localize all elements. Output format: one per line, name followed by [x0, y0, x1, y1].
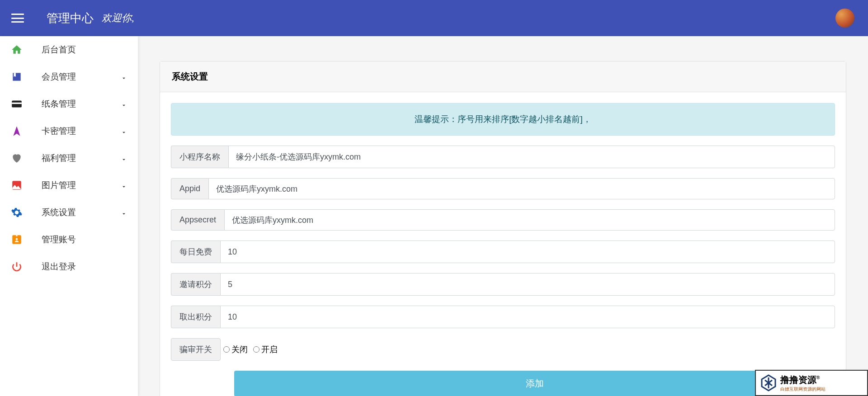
sidebar-item-label: 福利管理 — [42, 152, 121, 164]
sidebar-item-label: 退出登录 — [42, 261, 127, 273]
sidebar-item-label: 系统设置 — [42, 207, 121, 218]
sidebar-item-label: 卡密管理 — [42, 125, 121, 137]
bookmark-icon — [11, 71, 23, 83]
chevron-down-icon — [121, 74, 127, 80]
field-app-name: 小程序名称 — [171, 146, 835, 168]
heart-icon — [11, 152, 23, 164]
invite-points-input[interactable] — [220, 273, 835, 296]
sidebar-item-settings[interactable]: 系统设置 — [0, 199, 138, 226]
field-label: Appsecret — [171, 209, 224, 231]
field-invite-points: 邀请积分 — [171, 273, 835, 296]
withdraw-points-input[interactable] — [220, 306, 835, 328]
sidebar-item-welfare[interactable]: 福利管理 — [0, 145, 138, 172]
watermark-title: 撸撸资源® — [780, 374, 826, 386]
card-body: 温馨提示：序号用来排序[数字越小排名越前]， 小程序名称 Appid Appse… — [160, 92, 846, 396]
chevron-down-icon — [121, 128, 127, 134]
home-icon — [11, 44, 23, 56]
sidebar-item-accounts[interactable]: 管理账号 — [0, 226, 138, 253]
radio-label: 开启 — [261, 344, 278, 355]
main-content: 系统设置 温馨提示：序号用来排序[数字越小排名越前]， 小程序名称 Appid … — [138, 36, 868, 396]
appid-input[interactable] — [208, 178, 835, 199]
radio-label: 关闭 — [231, 344, 248, 355]
sidebar-item-label: 会员管理 — [42, 71, 121, 83]
svg-rect-1 — [12, 103, 22, 104]
power-icon — [11, 261, 23, 273]
sidebar-item-members[interactable]: 会员管理 — [0, 63, 138, 90]
header-title: 管理中心 — [47, 10, 94, 26]
radio-input-off[interactable] — [223, 346, 230, 353]
field-appsecret: Appsecret — [171, 209, 835, 231]
card-icon — [11, 98, 23, 110]
field-label: 邀请积分 — [171, 273, 220, 296]
card-title: 系统设置 — [160, 61, 846, 92]
welcome-text: 欢迎你, — [102, 11, 134, 25]
field-withdraw-points: 取出积分 — [171, 306, 835, 328]
image-icon — [11, 179, 23, 191]
chevron-down-icon — [121, 182, 127, 189]
sidebar-item-label: 后台首页 — [42, 44, 127, 56]
field-label: Appid — [171, 178, 208, 199]
sidebar-item-cards[interactable]: 卡密管理 — [0, 118, 138, 145]
chevron-down-icon — [121, 209, 127, 216]
menu-toggle-icon[interactable] — [11, 14, 24, 23]
app-name-input[interactable] — [228, 146, 835, 168]
field-label: 每日免费 — [171, 240, 220, 263]
field-audit-switch: 骗审开关 关闭 开启 — [171, 338, 835, 361]
radio-option-on[interactable]: 开启 — [253, 344, 278, 355]
appsecret-input[interactable] — [224, 209, 835, 231]
field-label: 骗审开关 — [171, 338, 221, 361]
submit-button[interactable]: 添加 — [234, 371, 835, 396]
svg-point-3 — [16, 238, 18, 240]
field-label: 取出积分 — [171, 306, 220, 328]
field-daily-free: 每日免费 — [171, 240, 835, 263]
app-header: 管理中心 欢迎你, — [0, 0, 868, 36]
sidebar-item-notes[interactable]: 纸条管理 — [0, 90, 138, 118]
chevron-down-icon — [121, 155, 127, 161]
sidebar-item-label: 管理账号 — [42, 234, 127, 245]
radio-input-on[interactable] — [253, 346, 259, 353]
watermark: 撸撸资源® 白嫖互联网资源的网站 — [755, 370, 868, 396]
info-alert: 温馨提示：序号用来排序[数字越小排名越前]， — [171, 103, 835, 136]
field-appid: Appid — [171, 178, 835, 199]
gear-icon — [11, 207, 23, 218]
watermark-logo-icon — [760, 374, 778, 392]
sidebar-item-home[interactable]: 后台首页 — [0, 36, 138, 63]
chevron-down-icon — [121, 101, 127, 107]
field-label: 小程序名称 — [171, 146, 228, 168]
sidebar: 后台首页 会员管理 纸条管理 卡密管理 福利管理 图片管理 系统设置 管理账号 … — [0, 36, 138, 396]
nav-icon — [11, 125, 23, 137]
sidebar-item-label: 纸条管理 — [42, 98, 121, 110]
sidebar-item-logout[interactable]: 退出登录 — [0, 253, 138, 280]
avatar[interactable] — [835, 9, 854, 28]
sidebar-item-images[interactable]: 图片管理 — [0, 172, 138, 199]
daily-free-input[interactable] — [220, 240, 835, 263]
settings-card: 系统设置 温馨提示：序号用来排序[数字越小排名越前]， 小程序名称 Appid … — [160, 61, 846, 396]
assignment-icon — [11, 234, 23, 245]
sidebar-item-label: 图片管理 — [42, 179, 121, 191]
watermark-subtitle: 白嫖互联网资源的网站 — [780, 386, 826, 392]
radio-option-off[interactable]: 关闭 — [223, 344, 248, 355]
